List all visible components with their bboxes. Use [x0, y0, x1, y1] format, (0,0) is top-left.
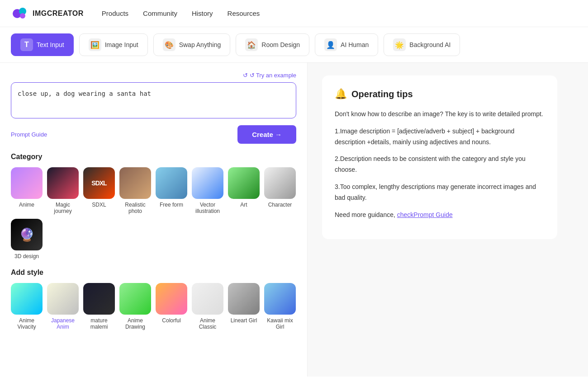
tab-background-ai[interactable]: 🌟 Background AI [384, 33, 460, 56]
category-item-anime[interactable]: Anime [11, 167, 43, 214]
style-label-anime-vivacity: Anime Vivacity [11, 317, 43, 330]
style-thumb-lineart-girl [228, 283, 260, 315]
nav-products[interactable]: Products [102, 9, 128, 17]
logo-text: IMGCREATOR [33, 9, 84, 18]
category-label-3d: 3D design [14, 253, 39, 259]
category-thumb-character [264, 167, 296, 199]
prompt-textarea[interactable]: close up, a dog wearing a santa hat [11, 82, 296, 118]
tips-title-row: 🔔 Operating tips [335, 88, 545, 100]
style-thumb-japanese-anim [47, 283, 79, 315]
category-item-vector[interactable]: Vector illustration [192, 167, 223, 214]
ai-human-icon: 👤 [324, 38, 337, 51]
text-input-icon: T [20, 38, 33, 51]
actions-row: Prompt Guide Create → [11, 125, 296, 144]
header: IMGCREATOR Products Community History Re… [0, 0, 588, 27]
style-grid: Anime Vivacity Japanese Anim mature male… [11, 283, 296, 330]
category-item-realistic[interactable]: Realistic photo [119, 167, 151, 214]
svg-point-2 [20, 13, 25, 19]
category-thumb-anime [11, 167, 43, 199]
create-button[interactable]: Create → [237, 125, 296, 144]
style-label-anime-drawing: Anime Drawing [119, 317, 151, 330]
swap-anything-icon: 🎨 [163, 38, 175, 51]
style-label-kawaii: Kawaii mix Girl [264, 317, 296, 330]
tips-text-4: 3.Too complex, lengthy descriptions may … [335, 182, 545, 203]
tab-text-input-label: Text Input [37, 41, 64, 48]
room-design-icon: 🏠 [245, 38, 258, 51]
prompt-guide-link[interactable]: Prompt Guide [11, 131, 47, 138]
style-item-anime-classic[interactable]: Anime Classic [192, 283, 223, 330]
refresh-icon: ↺ [243, 72, 248, 79]
tab-room-design-label: Room Design [261, 41, 300, 48]
category-item-sdxl[interactable]: SDXL SDXL [83, 167, 115, 214]
tab-image-input-label: Image Input [105, 41, 138, 48]
tab-room-design[interactable]: 🏠 Room Design [236, 33, 309, 56]
tab-swap-anything[interactable]: 🎨 Swap Anything [153, 33, 231, 56]
category-item-magic[interactable]: Magic journey [47, 167, 79, 214]
category-item-art[interactable]: Art [228, 167, 260, 214]
main-content: ↺ ↺ Try an example close up, a dog weari… [0, 63, 588, 377]
style-title: Add style [11, 269, 296, 277]
right-panel: 🔔 Operating tips Don't know how to descr… [308, 63, 588, 377]
style-thumb-kawaii [264, 283, 296, 315]
category-section: Category Anime Magic journey SDXL SDXL R… [11, 153, 296, 259]
category-thumb-art [228, 167, 260, 199]
category-thumb-vector [192, 167, 223, 199]
tab-ai-human[interactable]: 👤 AI Human [315, 33, 378, 56]
tab-ai-human-label: AI Human [341, 41, 369, 48]
style-thumb-colorful [156, 283, 187, 315]
bell-icon: 🔔 [335, 88, 347, 100]
style-thumb-mature-malemi [83, 283, 115, 315]
create-label: Create → [252, 131, 282, 138]
category-label-realistic: Realistic photo [119, 202, 151, 214]
tips-text-5-prefix: Need more guidance, [335, 211, 397, 218]
category-label-anime: Anime [19, 202, 34, 208]
style-section: Add style Anime Vivacity Japanese Anim m… [11, 269, 296, 330]
style-label-colorful: Colorful [162, 317, 180, 324]
tool-tabs-bar: T Text Input 🖼️ Image Input 🎨 Swap Anyth… [0, 27, 588, 63]
style-item-anime-vivacity[interactable]: Anime Vivacity [11, 283, 43, 330]
category-thumb-realistic [119, 167, 151, 199]
category-thumb-free [156, 167, 187, 199]
category-thumb-sdxl: SDXL [83, 167, 115, 199]
image-input-icon: 🖼️ [89, 38, 101, 51]
category-grid: Anime Magic journey SDXL SDXL Realistic … [11, 167, 296, 259]
logo[interactable]: IMGCREATOR [11, 5, 84, 23]
style-thumb-anime-classic [192, 283, 223, 315]
style-item-mature-malemi[interactable]: mature malemi [83, 283, 115, 330]
style-label-anime-classic: Anime Classic [192, 317, 223, 330]
main-nav: Products Community History Resources [102, 9, 260, 17]
check-prompt-guide-link[interactable]: checkPrompt Guide [397, 211, 453, 218]
category-label-character: Character [268, 202, 292, 208]
tab-image-input[interactable]: 🖼️ Image Input [79, 33, 148, 56]
style-thumb-anime-drawing [119, 283, 151, 315]
left-panel: ↺ ↺ Try an example close up, a dog weari… [0, 63, 308, 377]
style-item-anime-drawing[interactable]: Anime Drawing [119, 283, 151, 330]
style-label-japanese-anim: Japanese Anim [47, 317, 79, 330]
category-label-vector: Vector illustration [192, 202, 223, 214]
style-label-mature-malemi: mature malemi [83, 317, 115, 330]
category-label-free: Free form [160, 202, 183, 208]
style-item-lineart-girl[interactable]: Lineart Girl [228, 283, 260, 330]
try-example-button[interactable]: ↺ ↺ Try an example [243, 72, 297, 79]
tab-text-input[interactable]: T Text Input [11, 33, 74, 56]
style-item-kawaii[interactable]: Kawaii mix Girl [264, 283, 296, 330]
category-thumb-magic [47, 167, 79, 199]
try-example-row: ↺ ↺ Try an example [11, 72, 296, 79]
nav-community[interactable]: Community [143, 9, 177, 17]
tips-text-1: Don't know how to describe an image? The… [335, 109, 545, 120]
nav-history[interactable]: History [192, 9, 213, 17]
style-item-colorful[interactable]: Colorful [156, 283, 187, 330]
logo-icon [11, 5, 29, 23]
style-thumb-anime-vivacity [11, 283, 43, 315]
style-item-japanese-anim[interactable]: Japanese Anim [47, 283, 79, 330]
category-item-free[interactable]: Free form [156, 167, 187, 214]
tab-swap-anything-label: Swap Anything [179, 41, 221, 48]
nav-resources[interactable]: Resources [228, 9, 260, 17]
category-thumb-3d: 🔮 [11, 219, 43, 250]
tab-background-ai-label: Background AI [409, 41, 450, 48]
category-item-3d[interactable]: 🔮 3D design [11, 219, 43, 259]
tips-card: 🔔 Operating tips Don't know how to descr… [322, 75, 557, 239]
category-item-character[interactable]: Character [264, 167, 296, 214]
tips-title-text: Operating tips [351, 89, 413, 99]
try-example-label: ↺ Try an example [250, 72, 297, 79]
